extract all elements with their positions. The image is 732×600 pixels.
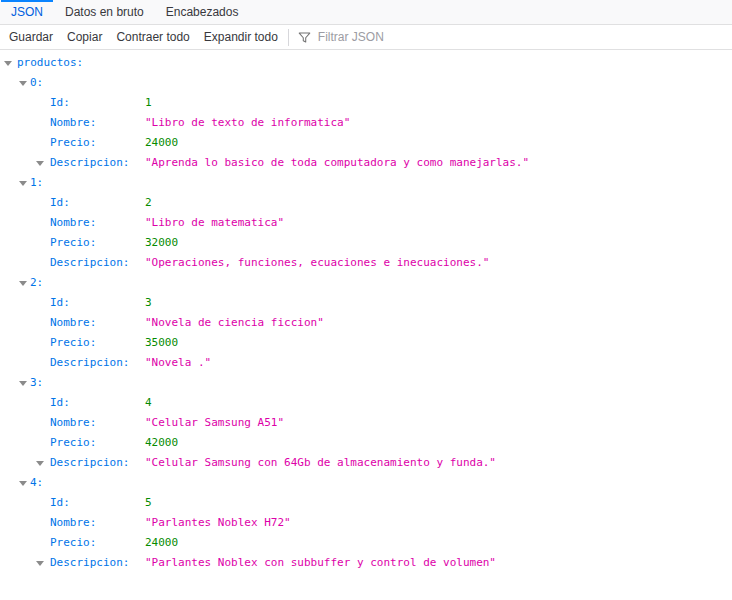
json-row[interactable]: Nombre:"Novela de ciencia ficcion" bbox=[0, 313, 732, 333]
twisty-icon[interactable] bbox=[19, 81, 27, 86]
twisty-icon[interactable] bbox=[19, 381, 27, 386]
json-row[interactable]: Id:3 bbox=[0, 293, 732, 313]
property-value: "Novela de ciencia ficcion" bbox=[145, 313, 324, 333]
tab-raw-data-label: Datos en bruto bbox=[65, 5, 144, 19]
tab-headers-label: Encabezados bbox=[166, 5, 239, 19]
json-row[interactable]: Descripcion:"Aprenda lo basico de toda c… bbox=[0, 153, 732, 173]
property-key: 4: bbox=[30, 473, 43, 493]
json-row[interactable]: Id:5 bbox=[0, 493, 732, 513]
filter-json-input[interactable] bbox=[316, 29, 426, 45]
property-key: Id: bbox=[50, 493, 70, 513]
twisty-icon[interactable] bbox=[19, 281, 27, 286]
property-key: Nombre: bbox=[50, 213, 96, 233]
json-row[interactable]: Precio:42000 bbox=[0, 433, 732, 453]
property-key: 1: bbox=[30, 173, 43, 193]
tab-raw-data[interactable]: Datos en bruto bbox=[54, 0, 155, 24]
property-key: Id: bbox=[50, 193, 70, 213]
json-viewer-window: JSON Datos en bruto Encabezados Guardar … bbox=[0, 0, 732, 600]
property-key: Id: bbox=[50, 393, 70, 413]
property-value: "Celular Samsung A51" bbox=[145, 413, 284, 433]
json-row[interactable]: 3: bbox=[0, 373, 732, 393]
json-row[interactable]: Precio:35000 bbox=[0, 333, 732, 353]
toolbar-separator bbox=[288, 29, 289, 46]
expand-all-button[interactable]: Expandir todo bbox=[197, 30, 285, 44]
json-toolbar: Guardar Copiar Contraer todo Expandir to… bbox=[0, 25, 732, 50]
property-value: 32000 bbox=[145, 233, 178, 253]
twisty-icon[interactable] bbox=[19, 181, 27, 186]
save-button[interactable]: Guardar bbox=[2, 30, 60, 44]
property-value: 1 bbox=[145, 93, 152, 113]
property-key: Descripcion: bbox=[50, 153, 129, 173]
json-row[interactable]: Precio:32000 bbox=[0, 233, 732, 253]
property-value: "Celular Samsung con 64Gb de almacenamie… bbox=[145, 453, 496, 473]
property-key: Precio: bbox=[50, 533, 96, 553]
property-value: "Novela ." bbox=[145, 353, 211, 373]
property-key: Precio: bbox=[50, 133, 96, 153]
property-value: "Parlantes Noblex H72" bbox=[145, 513, 291, 533]
property-value: 42000 bbox=[145, 433, 178, 453]
property-key: Descripcion: bbox=[50, 253, 129, 273]
twisty-icon[interactable] bbox=[19, 481, 27, 486]
property-value: 4 bbox=[145, 393, 152, 413]
json-row[interactable]: Nombre:"Libro de matematica" bbox=[0, 213, 732, 233]
json-row[interactable]: 4: bbox=[0, 473, 732, 493]
property-key: Nombre: bbox=[50, 113, 96, 133]
json-row[interactable]: Nombre:"Parlantes Noblex H72" bbox=[0, 513, 732, 533]
property-key: Descripcion: bbox=[50, 353, 129, 373]
property-key: 0: bbox=[30, 73, 43, 93]
property-key: productos: bbox=[17, 53, 83, 73]
json-row[interactable]: 2: bbox=[0, 273, 732, 293]
property-value: 2 bbox=[145, 193, 152, 213]
property-value: 5 bbox=[145, 493, 152, 513]
json-row[interactable]: Precio:24000 bbox=[0, 533, 732, 553]
property-value: "Operaciones, funciones, ecuaciones e in… bbox=[145, 253, 489, 273]
json-row[interactable]: Id:4 bbox=[0, 393, 732, 413]
property-value: 3 bbox=[145, 293, 152, 313]
json-row[interactable]: Descripcion:"Operaciones, funciones, ecu… bbox=[0, 253, 732, 273]
property-key: 2: bbox=[30, 273, 43, 293]
property-key: 3: bbox=[30, 373, 43, 393]
json-row[interactable]: Nombre:"Libro de texto de informatica" bbox=[0, 113, 732, 133]
property-key: Descripcion: bbox=[50, 553, 129, 573]
property-key: Id: bbox=[50, 293, 70, 313]
property-key: Nombre: bbox=[50, 513, 96, 533]
json-row[interactable]: Descripcion:"Parlantes Noblex con subbuf… bbox=[0, 553, 732, 573]
copy-button[interactable]: Copiar bbox=[60, 30, 109, 44]
json-row[interactable]: Descripcion:"Celular Samsung con 64Gb de… bbox=[0, 453, 732, 473]
json-row[interactable]: Id:1 bbox=[0, 93, 732, 113]
tab-json-label: JSON bbox=[11, 5, 43, 19]
json-row[interactable]: Descripcion:"Novela ." bbox=[0, 353, 732, 373]
tab-json[interactable]: JSON bbox=[0, 0, 54, 24]
filter-box bbox=[292, 29, 426, 45]
twisty-icon[interactable] bbox=[36, 461, 44, 466]
twisty-icon[interactable] bbox=[36, 561, 44, 566]
json-row[interactable]: Nombre:"Celular Samsung A51" bbox=[0, 413, 732, 433]
property-key: Id: bbox=[50, 93, 70, 113]
property-value: "Libro de texto de informatica" bbox=[145, 113, 350, 133]
tab-headers[interactable]: Encabezados bbox=[155, 0, 250, 24]
property-value: 24000 bbox=[145, 533, 178, 553]
json-row[interactable]: 0: bbox=[0, 73, 732, 93]
json-row[interactable]: Id:2 bbox=[0, 193, 732, 213]
property-key: Nombre: bbox=[50, 413, 96, 433]
property-key: Nombre: bbox=[50, 313, 96, 333]
property-value: 35000 bbox=[145, 333, 178, 353]
json-tree: productos:0:Id:1Nombre:"Libro de texto d… bbox=[0, 50, 732, 573]
twisty-icon[interactable] bbox=[36, 161, 44, 166]
property-value: "Parlantes Noblex con subbuffer y contro… bbox=[145, 553, 496, 573]
property-key: Descripcion: bbox=[50, 453, 129, 473]
property-value: 24000 bbox=[145, 133, 178, 153]
property-value: "Aprenda lo basico de toda computadora y… bbox=[145, 153, 529, 173]
collapse-all-button[interactable]: Contraer todo bbox=[109, 30, 196, 44]
property-key: Precio: bbox=[50, 433, 96, 453]
json-row[interactable]: 1: bbox=[0, 173, 732, 193]
json-row[interactable]: productos: bbox=[0, 53, 732, 73]
property-key: Precio: bbox=[50, 333, 96, 353]
tab-bar: JSON Datos en bruto Encabezados bbox=[0, 0, 732, 25]
property-value: "Libro de matematica" bbox=[145, 213, 284, 233]
filter-funnel-icon bbox=[298, 31, 311, 44]
json-row[interactable]: Precio:24000 bbox=[0, 133, 732, 153]
property-key: Precio: bbox=[50, 233, 96, 253]
twisty-icon[interactable] bbox=[4, 61, 12, 66]
